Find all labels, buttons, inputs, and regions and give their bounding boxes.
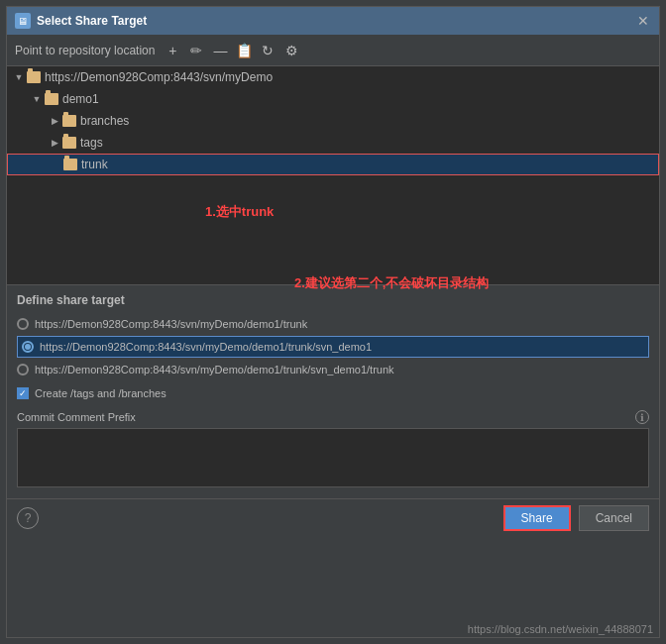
edit-button[interactable]: ✏ [186, 41, 206, 60]
checkbox-row[interactable]: ✓ Create /tags and /branches [17, 382, 649, 404]
share-button[interactable]: Share [503, 505, 571, 531]
folder-icon-branches [62, 115, 76, 127]
title-bar: 🖥 Select Share Target ✕ [7, 7, 659, 35]
toolbar-label: Point to repository location [15, 44, 155, 57]
arrow-icon-tags: ▶ [49, 137, 60, 149]
create-tags-checkbox[interactable]: ✓ [17, 387, 29, 399]
radio-option-1[interactable]: https://Demon928Comp:8443/svn/myDemo/dem… [17, 313, 649, 335]
folder-icon-tags [62, 137, 76, 149]
tree-label-tags: tags [80, 136, 103, 150]
radio-label-3: https://Demon928Comp:8443/svn/myDemo/dem… [35, 364, 394, 376]
settings-button[interactable]: ⚙ [281, 41, 301, 60]
watermark: https://blog.csdn.net/weixin_44888071 [462, 621, 659, 637]
arrow-icon-demo1: ▼ [31, 93, 43, 105]
footer-buttons: Share Cancel [503, 505, 649, 531]
tree-item-demo1[interactable]: ▼ demo1 [7, 88, 659, 110]
define-label: Define share target [17, 293, 649, 307]
tree-label-trunk: trunk [81, 158, 108, 171]
arrow-icon-trunk: ▶ [50, 159, 61, 170]
radio-1[interactable] [17, 318, 29, 330]
dialog-title: Select Share Target [37, 14, 147, 28]
radio-3[interactable] [17, 364, 29, 376]
cancel-button[interactable]: Cancel [579, 505, 649, 531]
tree-area: ▼ https://Demon928Comp:8443/svn/myDemo ▼… [7, 66, 659, 284]
bottom-section: Define share target https://Demon928Comp… [7, 284, 659, 498]
commit-prefix-section: Commit Comment Prefix ℹ [17, 410, 649, 490]
tree-label-branches: branches [80, 114, 129, 128]
arrow-icon-branches: ▶ [49, 115, 60, 127]
arrow-icon: ▼ [13, 71, 25, 83]
tree-label-demo1: demo1 [62, 92, 99, 106]
commit-prefix-input[interactable] [17, 428, 649, 487]
add-button[interactable]: + [163, 41, 182, 60]
radio-label-1: https://Demon928Comp:8443/svn/myDemo/dem… [35, 318, 307, 330]
remove-button[interactable]: — [210, 41, 230, 60]
tree-item-branches[interactable]: ▶ branches [7, 110, 659, 132]
help-button[interactable]: ? [17, 507, 39, 529]
dialog: 🖥 Select Share Target ✕ Point to reposit… [6, 6, 660, 638]
folder-icon-trunk [63, 159, 77, 170]
radio-2[interactable] [22, 341, 34, 353]
checkbox-label: Create /tags and /branches [35, 387, 166, 399]
commit-prefix-label: Commit Comment Prefix ℹ [17, 410, 649, 424]
close-button[interactable]: ✕ [635, 13, 651, 29]
tree-item-root[interactable]: ▼ https://Demon928Comp:8443/svn/myDemo [7, 66, 659, 88]
tree-label-root: https://Demon928Comp:8443/svn/myDemo [45, 70, 273, 84]
radio-option-2[interactable]: https://Demon928Comp:8443/svn/myDemo/dem… [17, 336, 649, 358]
refresh-button[interactable]: ↻ [258, 41, 278, 60]
radio-label-2: https://Demon928Comp:8443/svn/myDemo/dem… [40, 341, 372, 353]
tree-item-tags[interactable]: ▶ tags [7, 132, 659, 154]
folder-icon-demo1 [45, 93, 58, 105]
annotation-1: 1.选中trunk [205, 203, 274, 221]
tree-item-trunk[interactable]: ▶ trunk [7, 154, 659, 175]
copy-button[interactable]: 📋 [234, 41, 254, 60]
radio-option-3[interactable]: https://Demon928Comp:8443/svn/myDemo/dem… [17, 359, 649, 380]
footer: ? Share Cancel [7, 498, 659, 536]
dialog-icon: 🖥 [15, 13, 31, 29]
info-icon[interactable]: ℹ [635, 410, 649, 424]
toolbar: Point to repository location + ✏ — 📋 ↻ ⚙ [7, 35, 659, 66]
folder-icon-root [27, 71, 41, 83]
